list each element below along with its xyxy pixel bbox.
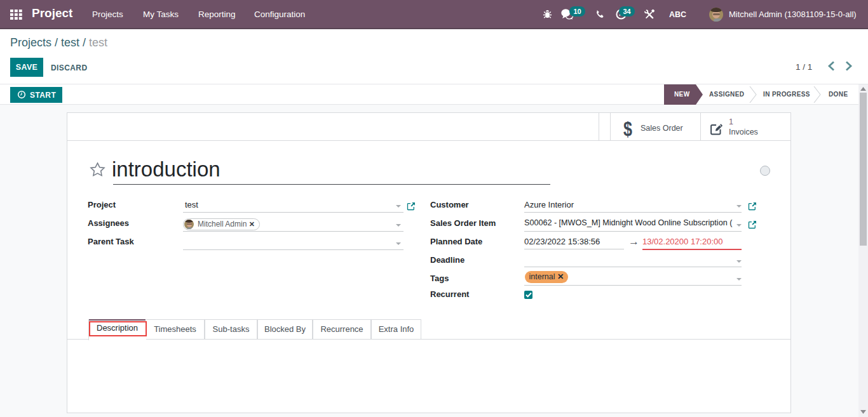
svg-text:$: $ <box>623 120 632 139</box>
